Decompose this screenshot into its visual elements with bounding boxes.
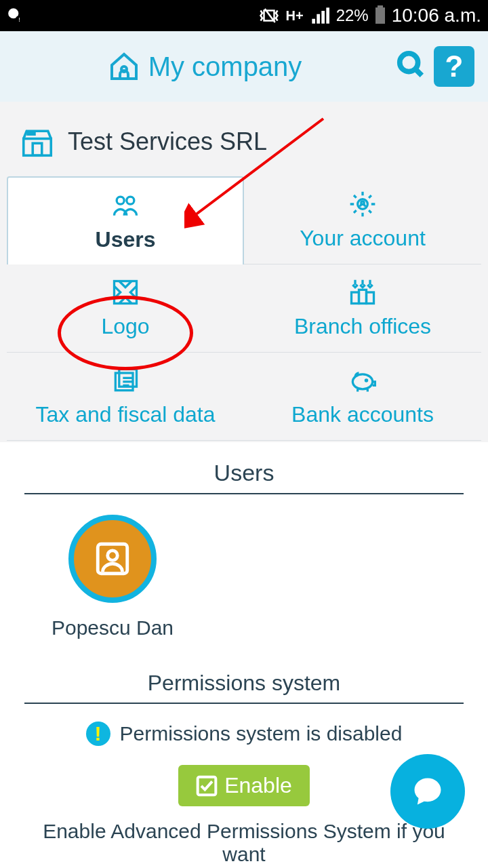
company-header: Test Services SRL bbox=[0, 102, 488, 176]
tab-tax-fiscal[interactable]: Tax and fiscal data bbox=[7, 353, 244, 441]
users-icon bbox=[110, 191, 140, 220]
vibrate-off-icon bbox=[259, 5, 279, 26]
user-avatar bbox=[68, 515, 157, 603]
permissions-description: Enable Advanced Permissions System if yo… bbox=[24, 820, 464, 866]
users-section-title: Users bbox=[24, 460, 464, 494]
tab-users[interactable]: Users bbox=[7, 176, 244, 264]
tab-label: Tax and fiscal data bbox=[35, 402, 215, 427]
clock: 10:06 a.m. bbox=[392, 5, 481, 26]
network-type: H+ bbox=[286, 8, 304, 24]
person-icon bbox=[93, 539, 132, 578]
enable-permissions-button[interactable]: Enable bbox=[178, 765, 310, 806]
tab-bank-accounts[interactable]: Bank accounts bbox=[244, 353, 481, 441]
storefront-icon bbox=[19, 123, 56, 160]
company-home-icon bbox=[108, 50, 140, 83]
enable-label: Enable bbox=[224, 773, 292, 798]
tabs-grid: Users Your account Logo Branch offices T… bbox=[7, 176, 481, 441]
tab-branch-offices[interactable]: Branch offices bbox=[244, 264, 481, 353]
app-header: My company ? bbox=[0, 31, 488, 102]
permissions-status-row: ! Permissions system is disabled bbox=[24, 722, 464, 746]
company-name: Test Services SRL bbox=[68, 127, 267, 156]
logo-icon bbox=[110, 277, 140, 307]
permissions-status-text: Permissions system is disabled bbox=[120, 722, 403, 745]
svg-rect-12 bbox=[115, 281, 137, 304]
tab-label: Users bbox=[96, 227, 156, 252]
gear-user-icon bbox=[348, 189, 378, 219]
chat-fab[interactable] bbox=[390, 754, 465, 829]
branches-icon bbox=[348, 277, 378, 307]
svg-point-9 bbox=[127, 197, 134, 204]
svg-point-4 bbox=[400, 54, 418, 72]
chat-icon bbox=[410, 774, 445, 809]
search-icon bbox=[396, 50, 427, 81]
tab-label: Your account bbox=[300, 226, 426, 251]
tab-label: Logo bbox=[101, 314, 149, 339]
user-card[interactable]: Popescu Dan bbox=[24, 515, 201, 639]
permissions-title: Permissions system bbox=[24, 667, 464, 704]
page-title: My company bbox=[148, 52, 302, 82]
sync-problem-icon: ! bbox=[7, 7, 24, 24]
user-name: Popescu Dan bbox=[52, 616, 174, 639]
warning-icon: ! bbox=[86, 722, 110, 746]
svg-rect-6 bbox=[26, 131, 36, 136]
svg-rect-7 bbox=[33, 143, 42, 155]
tab-label: Branch offices bbox=[294, 314, 431, 339]
check-icon bbox=[196, 775, 218, 797]
svg-point-21 bbox=[108, 551, 118, 561]
help-label: ? bbox=[445, 50, 464, 83]
svg-point-19 bbox=[365, 380, 367, 381]
search-button[interactable] bbox=[396, 50, 427, 83]
android-status-bar: ! H+ 22% 10:06 a.m. bbox=[0, 0, 488, 31]
document-money-icon bbox=[110, 366, 140, 395]
svg-rect-5 bbox=[24, 139, 52, 156]
svg-rect-15 bbox=[367, 292, 374, 304]
help-button[interactable]: ? bbox=[434, 46, 474, 87]
svg-text:!: ! bbox=[18, 16, 20, 23]
piggy-bank-icon bbox=[348, 366, 378, 395]
svg-rect-14 bbox=[359, 290, 367, 303]
signal-icon bbox=[310, 6, 329, 25]
svg-point-8 bbox=[117, 197, 124, 204]
tab-logo[interactable]: Logo bbox=[7, 264, 244, 353]
tab-your-account[interactable]: Your account bbox=[244, 176, 481, 264]
tab-label: Bank accounts bbox=[291, 402, 434, 427]
battery-percent: 22% bbox=[336, 6, 369, 25]
svg-rect-13 bbox=[352, 292, 359, 304]
battery-icon bbox=[375, 7, 385, 24]
